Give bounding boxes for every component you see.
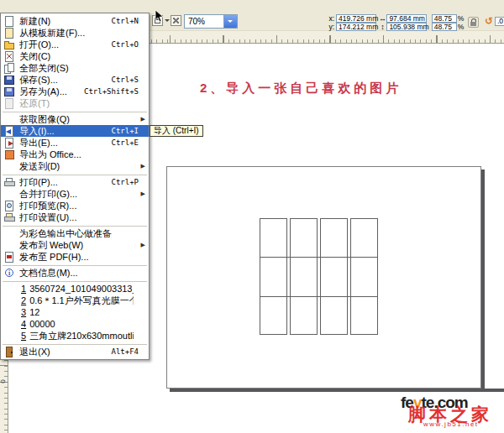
zoom-level-select[interactable]: 70% (184, 14, 238, 29)
menu-item[interactable]: 5 三角立牌210x630mmoutline示意图 (1, 330, 149, 342)
grid-horizontal-line (260, 296, 378, 297)
grid-cell-column (260, 218, 287, 335)
grid-horizontal-line (260, 257, 378, 258)
menu-item[interactable]: 4 00000 (1, 318, 149, 330)
menu-item-icon (3, 240, 16, 251)
menu-item[interactable]: 导出(E)... Ctrl+E (1, 137, 149, 149)
menu-item[interactable]: 打印预览(R)... (1, 200, 149, 211)
menu-item-icon (3, 319, 16, 330)
menu-item-label: 打印预览(R)... (19, 200, 76, 212)
menu-item-label: 导出为 Office... (19, 149, 81, 161)
menu-item-icon (3, 161, 16, 172)
tooltip: 导入 (Ctrl+I) (150, 125, 203, 137)
menu-item-label: 合并打印(G)... (19, 188, 77, 201)
menu-item[interactable]: 1 3560724_101049003313_2 (1, 283, 149, 295)
scale-x-field[interactable]: 48.75 (432, 14, 457, 23)
grid-cell-column (350, 218, 378, 335)
grid-cell-column (290, 218, 318, 335)
menu-item-icon (3, 252, 16, 263)
lock-ratio-icon[interactable] (468, 17, 479, 28)
submenu-arrow-icon: ▶ (139, 190, 145, 197)
menu-item[interactable]: 全部关闭(S) (1, 62, 149, 74)
menu-item-label: 00000 (29, 319, 55, 329)
menu-item[interactable]: 从模板新建(F)... (1, 27, 149, 39)
menu-item-icon (3, 268, 16, 279)
object-height-field[interactable]: 105.938 mm (386, 23, 427, 31)
menu-item-label: 三角立牌210x630mmoutline示意图 (29, 330, 134, 342)
file-menu-panel: 新建(N) Ctrl+N 从模板新建(F)... 打开(O)... Ctrl+O… (0, 13, 150, 360)
menu-item[interactable]: 打印(P)... Ctrl+P (1, 176, 149, 188)
menu-item[interactable]: 打印设置(U)... (1, 211, 149, 223)
menu-item-label: 全部关闭(S) (19, 62, 69, 75)
menu-item-label: 打开(O)... (19, 39, 59, 51)
menu-item[interactable]: 发布至 PDF(H)... (1, 251, 149, 263)
menu-item-label: 获取图像(Q) (19, 113, 70, 126)
menu-item-icon (3, 63, 16, 74)
menu-item-label: 发布到 Web(W) (19, 239, 83, 252)
page-shadow (481, 170, 485, 389)
y-coordinate-field[interactable]: 174.212 mm (336, 23, 376, 31)
menu-item-label: 保存(S)... (19, 74, 58, 86)
page-shadow (170, 389, 504, 392)
menu-item[interactable]: 退出(X) Alt+F4 (1, 346, 149, 357)
menu-item-icon (3, 295, 16, 306)
menu-item-shortcut: Ctrl+P (106, 178, 139, 186)
menu-item[interactable]: 另存为(A)... Ctrl+Shift+S (1, 86, 149, 97)
menu-item[interactable]: 3 12 (1, 306, 149, 318)
menu-item-label: 还原(T) (19, 97, 50, 110)
menu-item[interactable]: 新建(N) Ctrl+N (1, 15, 149, 27)
menu-item[interactable]: 文档信息(M)... (1, 267, 149, 279)
menu-item-label: 打印(P)... (19, 176, 58, 189)
menu-item-icon (3, 39, 16, 50)
menu-item-label: 从模板新建(F)... (19, 27, 85, 39)
menu-item[interactable]: 发布到 Web(W) ▶ (1, 239, 149, 251)
object-width-field[interactable]: 97.684 mm (386, 14, 427, 23)
recent-file-number: 5 (21, 331, 26, 341)
recent-file-number: 4 (21, 319, 26, 329)
menu-item-icon (3, 16, 16, 27)
menu-item-label: 导出(E)... (19, 137, 58, 149)
scale-y-field[interactable]: 48.75 (432, 23, 457, 31)
x-coordinate-field[interactable]: 419.726 mm (336, 14, 376, 23)
menu-item-icon (3, 189, 16, 200)
chevron-down-icon[interactable] (165, 19, 170, 24)
menu-item[interactable]: 导入(I)... Ctrl+I (1, 125, 149, 137)
menu-item[interactable]: 获取图像(Q) ▶ (1, 113, 149, 125)
menu-item-icon (3, 138, 16, 149)
menu-item[interactable]: 保存(S)... Ctrl+S (1, 74, 149, 86)
menu-item[interactable]: 发送到(D) ▶ (1, 160, 149, 172)
menu-item-shortcut: Alt+F4 (106, 347, 139, 356)
x-coordinate-label: x: (328, 14, 334, 23)
menu-item[interactable]: 导出为 Office... (1, 149, 149, 160)
menu-item-label: 退出(X) (19, 346, 50, 358)
grid-cell-column (320, 218, 348, 335)
menu-item[interactable]: 为彩色输出中心做准备 (1, 227, 149, 239)
dropdown-arrow-icon[interactable] (223, 15, 237, 28)
menu-item-shortcut: Ctrl+O (106, 40, 139, 49)
height-icon: ↕ (378, 23, 386, 31)
menu-item-label: 关闭(C) (19, 50, 50, 63)
menu-item-shortcut: Ctrl+N (106, 17, 139, 25)
menu-item-label: 3560724_101049003313_2 (29, 284, 134, 294)
menu-item-label: 导入(I)... (19, 125, 55, 138)
menu-item[interactable]: 还原(T) (1, 97, 149, 109)
menu-item-icon (3, 149, 16, 160)
menu-item[interactable]: 关闭(C) (1, 50, 149, 62)
step-annotation: 2、导入一张自己喜欢的图片 (200, 81, 402, 97)
menu-item-label: 发布至 PDF(H)... (19, 251, 89, 263)
jb51-url: www.jb51.net (423, 420, 479, 428)
menu-item[interactable]: 2 0.6＊1.1户外写真光膜一个 (1, 295, 149, 306)
menu-item[interactable]: 合并打印(G)... ▶ (1, 188, 149, 200)
recent-file-number: 3 (21, 307, 26, 317)
recent-file-number: 1 (21, 284, 26, 294)
menu-item-label: 新建(N) (19, 15, 50, 28)
menu-item-shortcut: Ctrl+Shift+S (79, 87, 139, 96)
menu-item-icon (3, 51, 16, 62)
toolbar-icon[interactable] (171, 15, 181, 26)
menu-item-shortcut: Ctrl+I (106, 127, 139, 135)
submenu-arrow-icon: ▶ (139, 163, 145, 170)
zoom-level-value: 70% (188, 17, 205, 26)
rotation-angle-field[interactable]: .0 (495, 17, 504, 26)
menu-item-label: 文档信息(M)... (19, 267, 78, 279)
menu-item[interactable]: 打开(O)... Ctrl+O (1, 39, 149, 50)
